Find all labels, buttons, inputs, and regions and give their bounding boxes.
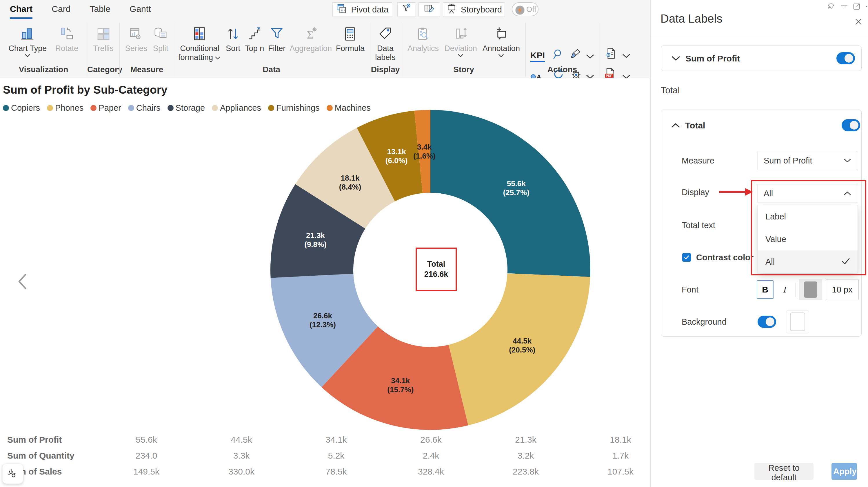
close-icon[interactable]	[853, 16, 864, 28]
menu-item-value[interactable]: Value	[758, 228, 858, 250]
table-cell: 44.5k	[210, 435, 273, 445]
legend-dot	[128, 105, 134, 111]
ribbon-tabs: ChartCardTableGantt	[10, 4, 151, 19]
group-display: DatalabelsDisplay	[369, 23, 402, 77]
annotation-button[interactable]: Annotation	[483, 26, 520, 59]
table-cell: 55.6k	[115, 435, 178, 445]
group-caption-visualization: Visualization	[0, 65, 87, 74]
formula-button[interactable]: Formula	[336, 26, 365, 53]
filter-edit-button[interactable]	[397, 2, 416, 17]
group-caption-actions: Actions	[526, 65, 599, 74]
contrast-color-checkbox[interactable]	[682, 253, 691, 262]
panel-divider	[651, 36, 868, 36]
format-painter-chevron-icon[interactable]	[586, 54, 594, 59]
settings-document-chevron-icon[interactable]	[622, 53, 630, 59]
table-cell: 234.0	[115, 451, 178, 461]
table-cell: 34.1k	[304, 435, 368, 445]
total-text-row-label: Total text	[682, 221, 715, 230]
measure-select[interactable]: Sum of Profit	[757, 151, 857, 170]
chevron-down-icon[interactable]	[672, 56, 680, 62]
menu-item-all[interactable]: All	[758, 250, 858, 273]
legend-label: Phones	[55, 103, 84, 113]
top-n-icon	[247, 26, 262, 43]
pin-icon[interactable]	[826, 2, 835, 12]
kpi-button[interactable]: KPI	[530, 51, 545, 62]
display-select[interactable]: All	[757, 184, 857, 203]
tab-chart[interactable]: Chart	[10, 4, 32, 19]
legend-label: Paper	[98, 103, 121, 113]
reset-to-default-button[interactable]: Reset to default	[754, 463, 813, 480]
measure-card[interactable]: Sum of Profit	[661, 45, 862, 71]
series-button: Series	[125, 26, 148, 53]
italic-button[interactable]: I	[778, 280, 792, 299]
table-cell: 21.3k	[494, 435, 558, 445]
apply-button[interactable]: Apply	[832, 463, 857, 480]
group-measure: SeriesSplitMeasure	[119, 23, 174, 77]
conditional-formatting-button[interactable]: Conditionalformatting	[178, 26, 221, 62]
table-edit-icon	[424, 3, 435, 17]
font-size-field[interactable]: 10 px	[826, 279, 859, 300]
popout-icon[interactable]	[852, 2, 862, 12]
group-caption-data: Data	[174, 65, 369, 74]
chart-type-button[interactable]: Chart Type	[9, 26, 47, 59]
background-toggle[interactable]	[757, 316, 776, 328]
svg-text:Σ: Σ	[307, 28, 314, 41]
total-annotation-box[interactable]: Total 216.6k	[415, 248, 457, 291]
bold-button[interactable]: B	[757, 280, 774, 299]
filter-button[interactable]: Filter	[268, 26, 285, 53]
ribbon-item-label: Top n	[245, 44, 264, 53]
table-cell: 3.3k	[210, 451, 273, 461]
tab-card[interactable]: Card	[52, 4, 70, 19]
format-painter-button[interactable]	[570, 48, 583, 61]
sort-button[interactable]: Sort	[225, 26, 241, 53]
power-toggle[interactable]: Off	[512, 2, 538, 16]
legend-dot	[3, 105, 9, 111]
tab-gantt[interactable]: Gantt	[129, 4, 151, 19]
chart-visibility-button[interactable]	[2, 463, 23, 484]
sort-icon	[225, 26, 241, 43]
tab-table[interactable]: Table	[90, 4, 111, 19]
menu-item-label[interactable]: Label	[758, 205, 858, 228]
ribbon-item-label: Chart Type	[9, 44, 47, 53]
data-labels-button[interactable]: Datalabels	[375, 26, 396, 62]
font-divider	[796, 283, 796, 297]
pivot-data-button[interactable]: Pivot data	[333, 2, 392, 17]
split-icon	[153, 26, 168, 43]
measure-card-toggle[interactable]	[836, 52, 855, 64]
zoom-button[interactable]	[552, 48, 564, 61]
table-cell: 149.5k	[115, 467, 178, 477]
settings-document-button[interactable]	[604, 47, 616, 60]
chevron-down-icon[interactable]	[497, 53, 505, 59]
legend-item-storage[interactable]: Storage	[167, 103, 205, 113]
legend-item-appliances[interactable]: Appliances	[212, 103, 261, 113]
ribbon-item-label: Annotation	[483, 44, 520, 53]
table-cell: 107.5k	[589, 467, 652, 477]
group-caption-category: Category	[87, 65, 119, 74]
more-dots-icon[interactable]	[865, 2, 868, 12]
total-section-label: Total	[661, 85, 680, 96]
chevron-down-icon[interactable]	[457, 53, 464, 59]
deviation-button: Deviation	[444, 26, 477, 59]
chart-title: Sum of Profit by Sub-Category	[3, 84, 167, 96]
table-row: Sum of Profit55.6k44.5k34.1k26.6k21.3k18…	[0, 435, 650, 448]
conditional-formatting-icon	[192, 26, 208, 43]
font-color-swatch[interactable]	[799, 279, 822, 300]
collapse-lines-icon[interactable]	[840, 2, 849, 12]
ribbon-item-label: Formula	[336, 44, 365, 53]
table-row-label: Sum of Quantity	[7, 451, 74, 461]
chevron-left-icon[interactable]	[17, 273, 28, 291]
chevron-up-icon[interactable]	[671, 123, 680, 129]
chevron-down-icon[interactable]	[24, 53, 31, 59]
legend-dot	[90, 105, 96, 111]
table-edit-button[interactable]	[418, 2, 440, 17]
top-n-button[interactable]: Top n	[245, 26, 264, 53]
background-color-swatch[interactable]	[786, 310, 809, 333]
legend-item-phones[interactable]: Phones	[47, 103, 84, 113]
menu-item-label: Value	[766, 235, 786, 244]
ribbon: ChartCardTableGantt Pivot data Storyboar…	[0, 0, 650, 78]
legend-item-chairs[interactable]: Chairs	[128, 103, 160, 113]
storyboard-button[interactable]: Storyboard	[443, 2, 505, 17]
total-card-toggle[interactable]	[842, 119, 860, 131]
legend-item-paper[interactable]: Paper	[90, 103, 121, 113]
legend-item-copiers[interactable]: Copiers	[3, 103, 40, 113]
